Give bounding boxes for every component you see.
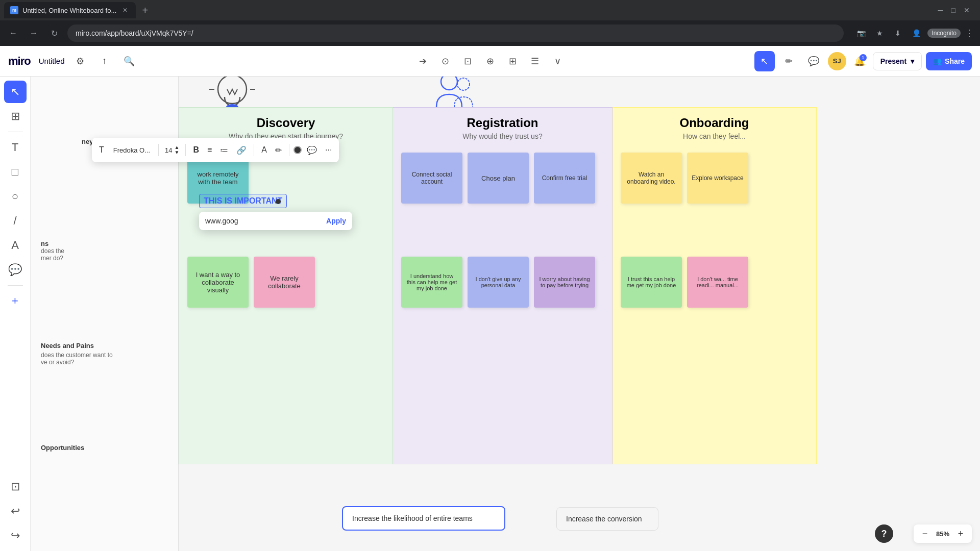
sidebar-tool-font[interactable]: A bbox=[4, 234, 27, 257]
center-tool-frame[interactable]: ⊡ bbox=[457, 51, 478, 71]
zoom-out-button[interactable]: − bbox=[918, 527, 932, 541]
canvas-area[interactable]: T Fredoka O... 14 ▲▼ B ≡ ≔ 🔗 A ✏ bbox=[31, 77, 980, 551]
step-card-chose-plan[interactable]: Chose plan bbox=[468, 153, 529, 204]
pain-card-collaborate-visually[interactable]: I want a way to collaborate visually bbox=[187, 257, 249, 308]
svg-point-9 bbox=[457, 78, 470, 90]
sidebar-tool-frame[interactable]: ⊡ bbox=[4, 475, 27, 498]
chat-tool-btn[interactable]: 💬 bbox=[803, 51, 824, 71]
font-size-value[interactable]: 14 bbox=[165, 146, 172, 154]
selected-text-element[interactable]: THIS IS IMPORTANT bbox=[199, 194, 287, 208]
fmt-font-name[interactable]: Fredoka O... bbox=[109, 146, 154, 154]
fmt-bold-btn[interactable]: B bbox=[190, 141, 202, 159]
center-tool-timer[interactable]: ⊙ bbox=[435, 51, 455, 71]
sidebar-tool-line[interactable]: / bbox=[4, 210, 27, 232]
step-card-confirm-trial[interactable]: Confirm free trial bbox=[534, 153, 595, 204]
user-avatar[interactable]: SJ bbox=[828, 52, 846, 70]
pain-card-worry-pay[interactable]: I worry about having to pay before tryin… bbox=[534, 257, 595, 308]
present-button[interactable]: Present ▾ bbox=[873, 52, 922, 70]
discovery-title: Discovery bbox=[189, 116, 382, 130]
left-sidebar: ↖ ⊞ T □ ○ / A 💬 + ⊡ ↩ ↪ bbox=[0, 77, 31, 551]
step-card-social[interactable]: Connect social account bbox=[401, 153, 462, 204]
opportunity-box-2[interactable]: Increase the conversion bbox=[556, 507, 658, 531]
center-toolbar: ➔ ⊙ ⊡ ⊕ ⊞ ☰ ∨ bbox=[412, 51, 568, 71]
search-button[interactable]: 🔍 bbox=[120, 52, 138, 70]
fmt-more-btn[interactable]: ··· bbox=[322, 141, 335, 159]
address-bar[interactable]: miro.com/app/board/uXjVMqk7V5Y=/ bbox=[67, 24, 844, 42]
link-input-field[interactable] bbox=[205, 217, 322, 225]
profile-btn[interactable]: 👤 bbox=[909, 26, 923, 40]
sidebar-tool-redo[interactable]: ↪ bbox=[4, 524, 27, 547]
link-apply-button[interactable]: Apply bbox=[326, 217, 346, 225]
center-tool-board[interactable]: ⊕ bbox=[480, 51, 500, 71]
sidebar-tool-text[interactable]: T bbox=[4, 136, 27, 159]
export-button[interactable]: ↑ bbox=[95, 52, 114, 70]
center-tool-card[interactable]: ☰ bbox=[525, 51, 545, 71]
minimize-btn[interactable]: ─ bbox=[938, 6, 943, 14]
opportunity-text-2: Increase the conversion bbox=[566, 515, 642, 523]
center-tool-table[interactable]: ⊞ bbox=[502, 51, 523, 71]
back-button[interactable]: ← bbox=[6, 26, 20, 40]
refresh-button[interactable]: ↻ bbox=[47, 26, 61, 40]
center-tool-more[interactable]: ∨ bbox=[547, 51, 568, 71]
sidebar-tool-comment[interactable]: 💬 bbox=[4, 259, 27, 281]
center-tool-arrow[interactable]: ➔ bbox=[412, 51, 433, 71]
new-tab-button[interactable]: + bbox=[138, 3, 152, 17]
cursor-tool-btn[interactable]: ↖ bbox=[754, 51, 775, 71]
fmt-divider-2 bbox=[185, 144, 186, 156]
fmt-text-type-btn[interactable]: T bbox=[96, 141, 107, 159]
actions-label-ns: ns bbox=[41, 240, 64, 247]
actions-section: ns does the mer do? bbox=[41, 240, 64, 262]
fmt-divider-4 bbox=[289, 144, 289, 156]
pain-card-no-reading[interactable]: I don't wa... time readi... manual... bbox=[687, 257, 748, 308]
fmt-link-btn[interactable]: 🔗 bbox=[233, 141, 250, 159]
sidebar-tool-undo[interactable]: ↩ bbox=[4, 500, 27, 522]
bookmark-btn[interactable]: ★ bbox=[872, 26, 887, 40]
notification-btn[interactable]: 🔔 1 bbox=[850, 52, 869, 70]
fmt-bg-color[interactable] bbox=[293, 146, 302, 154]
close-btn[interactable]: ✕ bbox=[964, 6, 970, 14]
sidebar-tool-circle[interactable]: ○ bbox=[4, 185, 27, 208]
browser-menu-btn[interactable]: ⋮ bbox=[965, 28, 974, 39]
restore-btn[interactable]: □ bbox=[951, 6, 955, 14]
pain-card-understand[interactable]: I understand how this can help me get my… bbox=[401, 257, 462, 308]
discovery-pains: I want a way to collaborate visually We … bbox=[179, 253, 393, 316]
present-chevron-icon: ▾ bbox=[911, 57, 914, 65]
sidebar-tool-sticky[interactable]: □ bbox=[4, 161, 27, 183]
board-title[interactable]: Untitled bbox=[39, 57, 65, 65]
help-button[interactable]: ? bbox=[875, 524, 893, 543]
registration-subtitle: Why would they trust us? bbox=[403, 132, 602, 140]
font-size-arrows[interactable]: ▲▼ bbox=[175, 145, 180, 155]
settings-button[interactable]: ⚙ bbox=[71, 52, 89, 70]
camera-off-btn[interactable]: 📷 bbox=[854, 26, 868, 40]
zoom-in-button[interactable]: + bbox=[953, 527, 968, 541]
onboarding-title: Onboarding bbox=[623, 116, 806, 130]
download-btn[interactable]: ⬇ bbox=[891, 26, 905, 40]
fmt-comment-btn[interactable]: 💬 bbox=[304, 141, 320, 159]
pen-tool-btn[interactable]: ✏ bbox=[779, 51, 799, 71]
fmt-highlight-btn[interactable]: ✏ bbox=[272, 141, 285, 159]
fmt-list-btn[interactable]: ≔ bbox=[217, 141, 231, 159]
incognito-badge: Incognito bbox=[927, 29, 961, 38]
fmt-divider-1 bbox=[158, 144, 159, 156]
onboarding-steps: Watch an onboarding video. Explore works… bbox=[612, 148, 816, 212]
step-card-explore[interactable]: Explore workspace bbox=[687, 153, 748, 204]
pain-card-no-personal-data[interactable]: I don't give up any personal data bbox=[468, 257, 529, 308]
sidebar-tool-add[interactable]: + bbox=[4, 290, 27, 312]
share-people-icon: 👥 bbox=[933, 57, 942, 65]
sidebar-tool-select[interactable]: ↖ bbox=[4, 81, 27, 103]
link-input-popup: Apply bbox=[199, 212, 352, 230]
fmt-color-btn[interactable]: A bbox=[258, 141, 270, 159]
opportunity-box-1[interactable]: Increase the likelihood of entire teams bbox=[342, 506, 505, 531]
registration-steps: Connect social account Chose plan Confir… bbox=[393, 148, 612, 212]
pain-card-rarely-collaborate[interactable]: We rarely collaborate bbox=[254, 257, 315, 308]
tab-close-btn[interactable]: ✕ bbox=[120, 6, 130, 15]
sidebar-tool-grid[interactable]: ⊞ bbox=[4, 105, 27, 128]
share-button[interactable]: 👥 Share bbox=[926, 52, 972, 70]
step-card-watch-video[interactable]: Watch an onboarding video. bbox=[621, 153, 682, 204]
forward-button[interactable]: → bbox=[27, 26, 41, 40]
fmt-align-btn[interactable]: ≡ bbox=[204, 141, 215, 159]
pain-card-trust[interactable]: I trust this can help me get my job done bbox=[621, 257, 682, 308]
opportunities-section: Opportunities bbox=[41, 444, 84, 452]
active-tab[interactable]: m Untitled, Online Whiteboard fo... ✕ bbox=[4, 2, 136, 18]
browser-actions: 📷 ★ ⬇ 👤 Incognito ⋮ bbox=[854, 26, 974, 40]
